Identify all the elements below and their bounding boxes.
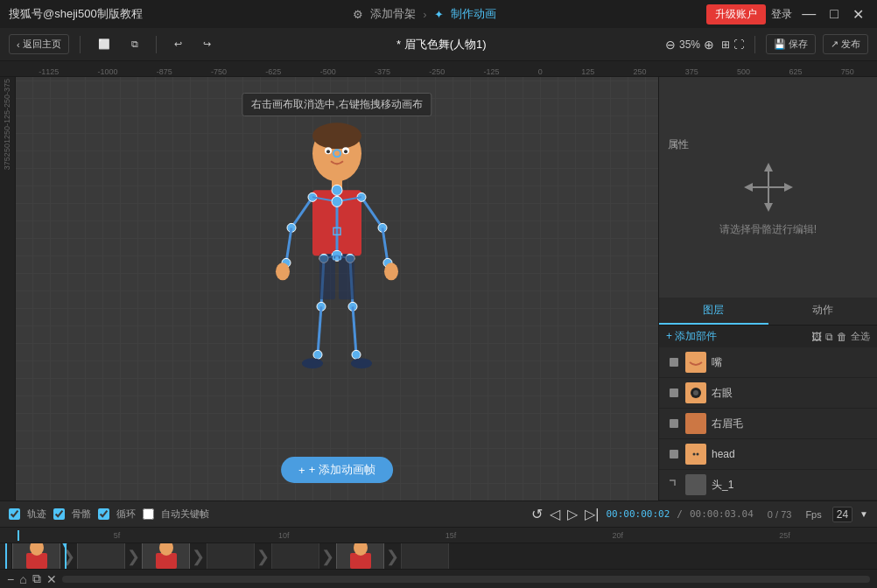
ruler-mark: -1000 — [97, 67, 117, 76]
reset-button[interactable]: ↺ — [531, 506, 543, 522]
svg-point-25 — [332, 196, 342, 206]
svg-rect-72 — [168, 569, 179, 570]
frame-thumb-6[interactable] — [336, 543, 384, 569]
back-home-button[interactable]: ‹ 返回主页 — [9, 34, 69, 54]
titlebar-right-buttons: 升级账户 登录 — □ ✕ — [706, 4, 868, 24]
redo-button[interactable]: ↪ — [196, 36, 218, 52]
loop-checkbox[interactable] — [98, 508, 109, 520]
timeline-home-button[interactable]: ⌂ — [19, 572, 26, 586]
play-button[interactable]: ▷ — [567, 506, 578, 522]
layer-thumb-righteye — [685, 382, 706, 403]
timeline-mark-5f: 5f — [33, 531, 200, 540]
horizontal-ruler: -1125 -1000 -875 -750 -625 -500 -375 -25… — [0, 61, 877, 77]
duplicate-button[interactable]: ⧉ — [124, 36, 145, 52]
current-time: 00:00:00:02 — [606, 508, 670, 520]
svg-rect-76 — [348, 569, 359, 570]
ruler-mark: -125 — [484, 67, 500, 76]
frame-thumb-1[interactable] — [12, 543, 60, 569]
ruler-mark: 0 — [538, 67, 543, 76]
canvas-content — [16, 77, 658, 500]
select-all-button[interactable]: 全选 — [851, 330, 870, 343]
layer-copy-button[interactable]: ⧉ — [825, 331, 833, 343]
tab-layer[interactable]: 图层 — [659, 298, 768, 325]
upgrade-button[interactable]: 升级账户 — [706, 4, 766, 24]
layer-name-mouth: 嘴 — [712, 355, 722, 370]
track-label: 轨迹 — [27, 508, 46, 521]
svg-rect-77 — [362, 569, 373, 570]
layer-item-righteyebrow[interactable]: 右眉毛 — [659, 409, 877, 439]
make-animation-label[interactable]: 制作动画 — [451, 6, 496, 22]
playhead[interactable] — [65, 543, 67, 569]
autokey-checkbox[interactable] — [143, 508, 154, 520]
zoom-minus-button[interactable]: − — [7, 572, 14, 586]
add-keyframe-button[interactable]: + + 添加动画帧 — [281, 457, 393, 483]
zoom-level: 35% — [679, 38, 700, 51]
layer-thumb-head — [685, 444, 706, 465]
layer-item-head1[interactable]: 头_1 — [659, 470, 877, 500]
layer-toolbar: + 添加部件 🖼 ⧉ 🗑 全选 — [659, 326, 877, 347]
svg-marker-53 — [784, 183, 793, 192]
maximize-button[interactable]: □ — [825, 6, 843, 22]
svg-point-60 — [693, 453, 696, 456]
ruler-mark: 125 — [581, 67, 594, 76]
svg-line-16 — [361, 197, 382, 228]
timeline-ruler: 5f 10f 15f 20f 25f — [0, 528, 877, 543]
ruler-mark: -875 — [157, 67, 172, 76]
svg-point-21 — [384, 262, 398, 280]
track-checkbox[interactable] — [9, 508, 20, 520]
total-time: 00:00:03.04 — [690, 508, 754, 520]
layer-item-head[interactable]: head — [659, 439, 877, 470]
layer-name-righteyebrow: 右眉毛 — [712, 416, 743, 431]
vertical-ruler: 3752501250-125-250-375 — [0, 77, 16, 500]
timeline-copy-button[interactable]: ⧉ — [32, 571, 41, 586]
frame-thumb-4[interactable] — [207, 543, 255, 569]
toolbar-divider-1 — [80, 36, 81, 53]
save-label: 保存 — [789, 38, 808, 51]
undo-button[interactable]: ↩ — [167, 36, 189, 52]
fit-button[interactable]: ⊞ — [721, 38, 730, 51]
frame-thumb-2[interactable] — [77, 543, 125, 569]
svg-point-4 — [326, 150, 330, 153]
fullscreen-button[interactable]: ⛶ — [733, 38, 744, 51]
save-button[interactable]: 💾 保存 — [766, 34, 816, 54]
titlebar-center: ⚙ 添加骨架 › ✦ 制作动画 — [353, 6, 495, 22]
minimize-button[interactable]: — — [797, 6, 820, 22]
layer-item-mouth[interactable]: 嘴 — [659, 347, 877, 378]
prev-frame-button[interactable]: ◁ — [550, 506, 560, 522]
publish-label: 发布 — [841, 38, 860, 51]
publish-button[interactable]: ↗ 发布 — [823, 34, 868, 54]
close-button[interactable]: ✕ — [848, 6, 868, 23]
login-button[interactable]: 登录 — [771, 7, 792, 22]
add-skeleton-label[interactable]: 添加骨架 — [370, 6, 416, 22]
add-component-button[interactable]: + 添加部件 — [666, 329, 717, 344]
zoom-controls: ⊖ 35% ⊕ ⊞ ⛶ — [665, 38, 744, 52]
svg-point-57 — [693, 390, 698, 396]
frame-thumb-7[interactable] — [401, 543, 449, 569]
frame-thumb-5[interactable] — [271, 543, 319, 569]
layer-delete-button[interactable]: 🗑 — [837, 331, 847, 343]
tooltip-text: 右击画布取消选中,右键拖拽移动画布 — [251, 98, 422, 110]
next-frame-button[interactable]: ▷| — [585, 506, 599, 522]
svg-point-1 — [312, 122, 361, 149]
fps-dropdown-button[interactable]: ▼ — [859, 509, 868, 519]
timeline-delete-button[interactable]: ✕ — [46, 572, 57, 586]
zoom-out-button[interactable]: ⊖ — [665, 38, 676, 52]
layer-item-righteye[interactable]: 右眼 — [659, 378, 877, 409]
zoom-in-button[interactable]: ⊕ — [704, 38, 714, 52]
track-content-area[interactable]: ❯ ❯ ❯ ❯ ❯ — [12, 543, 877, 569]
svg-rect-59 — [670, 450, 678, 458]
layer-image-button[interactable]: 🖼 — [811, 331, 822, 343]
copy-button[interactable]: ⬜ — [91, 36, 117, 52]
add-keyframe-label: + 添加动画帧 — [309, 462, 375, 478]
timeline-mark-10f: 10f — [200, 531, 368, 540]
layer-vis-icon — [666, 416, 682, 431]
tab-action[interactable]: 动作 — [768, 298, 878, 325]
timeline-scrollbar[interactable] — [62, 576, 870, 583]
canvas-area[interactable]: 右击画布取消选中,右键拖拽移动画布 + + 添加动画帧 — [16, 77, 658, 500]
ruler-mark: 625 — [789, 67, 802, 76]
svg-rect-44 — [339, 256, 354, 299]
layer-panel: 图层 动作 + 添加部件 🖼 ⧉ 🗑 全选 — [659, 298, 877, 500]
skeleton-checkbox[interactable] — [53, 508, 65, 520]
character-container[interactable] — [258, 114, 416, 431]
frame-thumb-3[interactable] — [142, 543, 190, 569]
